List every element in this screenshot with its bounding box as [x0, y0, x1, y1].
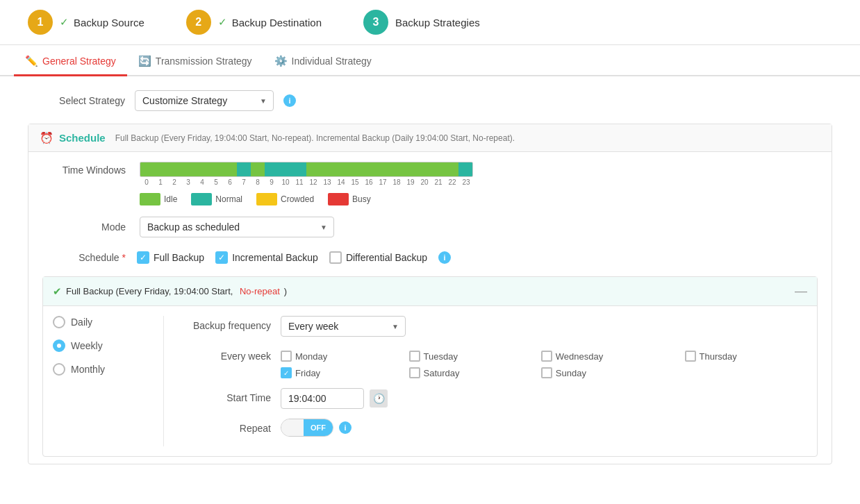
tw-num-10: 10: [279, 178, 292, 186]
differential-backup-checkbox-item[interactable]: Differential Backup: [329, 251, 427, 264]
day-saturday-checkbox[interactable]: [409, 367, 420, 378]
legend-crowded-box: [256, 193, 277, 205]
legend-idle-box: [140, 193, 160, 205]
tab-general-icon: ✏️: [25, 55, 38, 67]
day-friday-checkbox[interactable]: ✓: [281, 367, 292, 378]
schedule-checkboxes-row: Schedule * ✓ Full Backup ✓ Incremental B…: [28, 244, 832, 271]
backup-frequency-value: Every day Every week Every month: [281, 316, 807, 337]
legend-normal: Normal: [191, 193, 242, 205]
day-monday-checkbox[interactable]: [281, 351, 292, 362]
tw-num-15: 15: [348, 178, 362, 186]
strategy-info-icon[interactable]: i: [283, 94, 296, 107]
tw-num-18: 18: [390, 178, 404, 186]
repeat-label: Repeat: [181, 419, 271, 434]
differential-backup-checkbox[interactable]: [329, 251, 342, 264]
day-monday-label: Monday: [295, 351, 327, 362]
radio-monthly-label: Monthly: [71, 364, 105, 375]
mode-select[interactable]: Backup as scheduled Always Backup Schedu…: [140, 217, 334, 237]
full-backup-checkbox-label: Full Backup: [154, 252, 204, 263]
strategy-label: Select Strategy: [28, 95, 125, 106]
tw-num-14: 14: [334, 178, 348, 186]
day-tuesday-label: Tuesday: [424, 351, 458, 362]
radio-daily[interactable]: Daily: [53, 316, 149, 328]
repeat-value: OFF i: [281, 419, 807, 437]
day-tuesday-checkbox[interactable]: [409, 351, 420, 362]
required-star: *: [122, 252, 126, 263]
time-windows-row: Time Windows 0 1 2 3 4 5 6: [28, 152, 832, 210]
schedule-section: ⏰ Schedule Full Backup (Every Friday, 19…: [28, 124, 832, 464]
tab-individual-label: Individual Strategy: [292, 56, 372, 67]
freq-select-wrap: Every day Every week Every month: [281, 316, 406, 337]
tw-num-3: 3: [181, 178, 195, 186]
legend-busy: Busy: [328, 193, 371, 205]
start-time-value: 🕐: [281, 388, 807, 409]
tw-num-16: 16: [362, 178, 376, 186]
tw-num-22: 22: [445, 178, 459, 186]
schedule-clock-icon: ⏰: [40, 131, 53, 144]
radio-daily-label: Daily: [71, 317, 92, 328]
repeat-info-icon[interactable]: i: [339, 421, 352, 434]
mode-row: Mode Backup as scheduled Always Backup S…: [28, 210, 832, 244]
day-monday[interactable]: Monday: [281, 351, 398, 362]
tw-legend: Idle Normal Crowded Busy: [140, 193, 818, 205]
day-thursday-checkbox[interactable]: [685, 351, 696, 362]
step-1-circle: 1: [28, 10, 53, 35]
repeat-toggle-empty: [281, 419, 304, 436]
radio-weekly-circle[interactable]: [53, 339, 65, 352]
legend-idle: Idle: [140, 193, 177, 205]
detail-form: Backup frequency Every day Every week Ev…: [164, 316, 807, 446]
tw-num-8: 8: [251, 178, 265, 186]
repeat-toggle-off-label: OFF: [304, 419, 333, 436]
day-friday[interactable]: ✓ Friday: [281, 367, 398, 378]
mode-select-wrap: Backup as scheduled Always Backup Schedu…: [140, 217, 334, 237]
tabs-bar: ✏️ General Strategy 🔄 Transmission Strat…: [0, 48, 860, 76]
schedule-info-icon[interactable]: i: [438, 251, 451, 264]
full-backup-collapse-button[interactable]: —: [795, 284, 807, 299]
tw-seg-5: [458, 162, 472, 176]
backup-frequency-select[interactable]: Every day Every week Every month: [281, 316, 406, 337]
full-backup-title: ✔ Full Backup (Every Friday, 19:04:00 St…: [53, 285, 287, 298]
repeat-toggle[interactable]: OFF: [281, 419, 333, 437]
start-time-clock-icon[interactable]: 🕐: [370, 389, 388, 408]
day-saturday[interactable]: Saturday: [409, 367, 530, 378]
strategy-select[interactable]: Customize StrategyStandard StrategyCusto…: [135, 90, 274, 111]
step-2: 2 ✓ Backup Destination: [186, 10, 322, 35]
schedule-checkboxes-label: Schedule *: [42, 252, 126, 263]
full-backup-checkbox[interactable]: ✓: [137, 251, 149, 264]
radio-weekly[interactable]: Weekly: [53, 339, 149, 352]
full-backup-inner-form: Daily Weekly Monthly Backup frequ: [43, 306, 817, 456]
step-3-text: Backup Strategies: [395, 17, 480, 28]
day-wednesday[interactable]: Wednesday: [541, 351, 674, 362]
radio-daily-circle[interactable]: [53, 316, 65, 328]
step-3: 3 Backup Strategies: [363, 10, 480, 35]
legend-crowded: Crowded: [256, 193, 314, 205]
day-thursday[interactable]: Thursday: [685, 351, 807, 362]
day-sunday-checkbox[interactable]: [541, 367, 552, 378]
tab-general-label: General Strategy: [42, 56, 116, 67]
full-backup-panel-header: ✔ Full Backup (Every Friday, 19:04:00 St…: [43, 277, 817, 306]
tw-num-2: 2: [167, 178, 181, 186]
main-content: Select Strategy Customize StrategyStanda…: [0, 76, 860, 478]
full-backup-title-text: Full Backup (Every Friday, 19:04:00 Star…: [66, 286, 235, 296]
start-time-input[interactable]: [281, 388, 364, 409]
tab-individual[interactable]: ⚙️ Individual Strategy: [263, 48, 383, 76]
day-tuesday[interactable]: Tuesday: [409, 351, 530, 362]
tw-seg-2: [251, 162, 265, 176]
tab-transmission[interactable]: 🔄 Transmission Strategy: [127, 48, 263, 76]
full-backup-checkbox-item[interactable]: ✓ Full Backup: [137, 251, 204, 264]
mode-label: Mode: [42, 221, 126, 233]
day-wednesday-checkbox[interactable]: [541, 351, 552, 362]
step-2-text: Backup Destination: [232, 17, 322, 28]
day-sunday[interactable]: Sunday: [541, 367, 674, 378]
start-time-label: Start Time: [181, 388, 271, 403]
day-friday-label: Friday: [295, 368, 320, 378]
incremental-backup-checkbox-label: Incremental Backup: [232, 252, 318, 263]
backup-frequency-row: Backup frequency Every day Every week Ev…: [181, 316, 807, 337]
radio-monthly[interactable]: Monthly: [53, 363, 149, 376]
tw-num-23: 23: [459, 178, 473, 186]
incremental-backup-checkbox[interactable]: ✓: [215, 251, 228, 264]
radio-monthly-circle[interactable]: [53, 363, 65, 376]
incremental-backup-checkbox-item[interactable]: ✓ Incremental Backup: [215, 251, 318, 264]
full-backup-panel: ✔ Full Backup (Every Friday, 19:04:00 St…: [42, 276, 818, 457]
tab-general[interactable]: ✏️ General Strategy: [14, 48, 127, 76]
